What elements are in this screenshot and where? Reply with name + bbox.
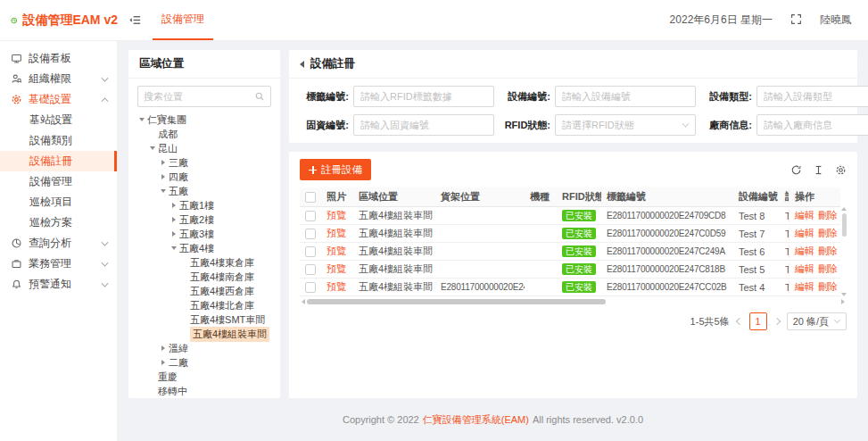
collapse-panel-icon[interactable] [300,61,304,68]
tree-node[interactable]: 三廠 [128,155,280,170]
tree-node[interactable]: 成都 [128,127,280,141]
device-type-input[interactable] [756,86,868,107]
sidebar-subitem-base-station-settings[interactable]: 基站設置 [0,110,117,130]
caret-down-icon[interactable] [139,118,145,121]
tree-node[interactable]: 溫緯 [128,341,280,355]
tree-node[interactable]: 五廠 [128,184,280,198]
page-size-select[interactable]: 20 條/頁 [787,312,847,330]
tree-node[interactable]: 五廠4樓SMT車間 [128,312,280,327]
tree-node[interactable]: 五廠1樓 [128,198,280,212]
chevron-down-icon [102,74,109,81]
delete-link[interactable]: 刪除 [818,262,838,276]
row-checkbox[interactable] [305,282,316,293]
add-equipment-button[interactable]: 註冊設備 [300,159,371,180]
tree-node[interactable]: 二廠 [128,355,280,370]
caret-down-icon[interactable] [161,189,166,193]
column-height-icon[interactable] [813,164,824,176]
sidebar-item-basic-settings[interactable]: 基礎設置 [0,89,117,110]
row-checkbox[interactable] [305,211,316,221]
delete-link[interactable]: 刪除 [818,245,838,258]
edit-link[interactable]: 編輯 [795,280,814,294]
vendor-info-input[interactable] [756,114,868,136]
tree-node[interactable]: 五廠4樓西倉庫 [128,284,280,298]
tree-node[interactable]: 四廠 [128,170,280,184]
caret-right-icon[interactable] [161,174,165,179]
caret-right-icon[interactable] [161,360,165,365]
row-checkbox[interactable] [305,229,316,239]
caret-down-icon[interactable] [171,246,177,250]
tree-node[interactable]: 五廠4樓南倉庫 [128,270,280,284]
table-row: 預覽 五廠4樓組裝車間 已安裝 E28011700000020E247C0D59… [300,225,840,243]
refresh-icon[interactable] [790,164,802,176]
app-header: 設備管理EAM v2 設備管理 2022年6月6日 星期一 陸曉鳳 [0,0,868,41]
scroll-down-arrow-icon[interactable] [841,293,847,296]
tree-node[interactable]: 移轉中 [128,384,280,398]
fullscreen-icon[interactable] [790,13,802,28]
search-icon[interactable] [254,91,265,102]
sidebar-subitem-inspection-plan[interactable]: 巡檢方案 [0,212,117,233]
vertical-scrollbar[interactable] [841,207,847,296]
tree-node[interactable]: 昆山 [128,141,280,155]
row-checkbox[interactable] [305,246,316,257]
scroll-left-arrow-icon[interactable] [302,299,305,304]
caret-right-icon[interactable] [172,231,176,237]
sidebar-subitem-equipment-register[interactable]: 設備註冊 [0,151,117,171]
horizontal-scrollbar-thumb[interactable] [307,299,606,304]
caret-right-icon[interactable] [161,345,165,351]
tree-node[interactable]: 五廠4樓東倉庫 [128,255,280,270]
tab-equipment-management[interactable]: 設備管理 [153,0,213,40]
horizontal-scrollbar[interactable] [300,298,847,305]
sidebar-subitem-equipment-management[interactable]: 設備管理 [0,171,117,192]
next-page-icon[interactable] [773,318,780,325]
tree-node[interactable]: 五廠4樓 [128,241,280,255]
preview-link[interactable]: 預覽 [321,280,353,294]
caret-right-icon[interactable] [172,203,176,208]
vertical-scrollbar-thumb[interactable] [842,213,847,237]
caret-down-icon[interactable] [150,146,155,150]
scroll-right-arrow-icon[interactable] [841,299,845,304]
caret-right-icon[interactable] [172,217,176,222]
select-all-checkbox[interactable] [305,192,316,203]
prev-page-icon[interactable] [735,318,742,325]
header-date: 2022年6月6日 星期一 [670,12,773,28]
table-settings-gear-icon[interactable] [835,164,847,176]
tree-node[interactable]: 五廠2樓 [128,212,280,227]
sidebar-item-alert-notification[interactable]: 預警通知 [0,274,117,295]
delete-link[interactable]: 刪除 [818,209,838,222]
tree-panel-title: 區域位置 [128,50,280,79]
bell-icon [11,279,22,290]
tree-search-input[interactable] [144,91,254,102]
tree-node[interactable]: 五廠4樓北倉庫 [128,298,280,312]
footer-brand-link[interactable]: 仁寶設備管理系統(EAM) [423,413,529,427]
asset-number-input[interactable] [353,114,494,136]
scroll-up-arrow-icon[interactable] [841,207,847,211]
edit-link[interactable]: 編輯 [795,262,814,276]
menu-fold-icon[interactable] [118,0,153,40]
sidebar-subitem-equipment-category[interactable]: 設備類別 [0,130,117,151]
delete-link[interactable]: 刪除 [818,227,838,240]
tree-node[interactable]: 仁寶集團 [128,112,280,127]
preview-link[interactable]: 預覽 [321,209,353,222]
sidebar-item-org-permissions[interactable]: 組織權限 [0,69,117,89]
delete-link[interactable]: 刪除 [818,280,838,294]
tree-node[interactable]: 重慶 [128,370,280,384]
row-checkbox[interactable] [305,264,316,275]
preview-link[interactable]: 預覽 [321,245,353,258]
sidebar-item-dashboard[interactable]: 設備看板 [0,48,117,69]
rfid-status-select[interactable]: 請選擇RFID狀態 [555,114,696,136]
preview-link[interactable]: 預覽 [321,227,353,240]
sidebar-subitem-inspection-items[interactable]: 巡檢項目 [0,192,117,212]
page-number-button[interactable]: 1 [749,312,767,330]
sidebar-item-business-management[interactable]: 業務管理 [0,254,117,274]
device-number-input[interactable] [555,86,696,107]
caret-right-icon[interactable] [161,160,165,165]
edit-link[interactable]: 編輯 [795,227,814,240]
edit-link[interactable]: 編輯 [795,245,814,258]
user-name[interactable]: 陸曉鳳 [820,12,852,28]
sidebar-item-query-analysis[interactable]: 查詢分析 [0,233,117,254]
edit-link[interactable]: 編輯 [795,209,814,222]
tag-number-input[interactable] [353,86,494,107]
preview-link[interactable]: 預覽 [321,262,353,276]
tree-node-selected[interactable]: 五廠4樓組裝車間 [128,327,280,341]
tree-node[interactable]: 五廠3樓 [128,227,280,241]
